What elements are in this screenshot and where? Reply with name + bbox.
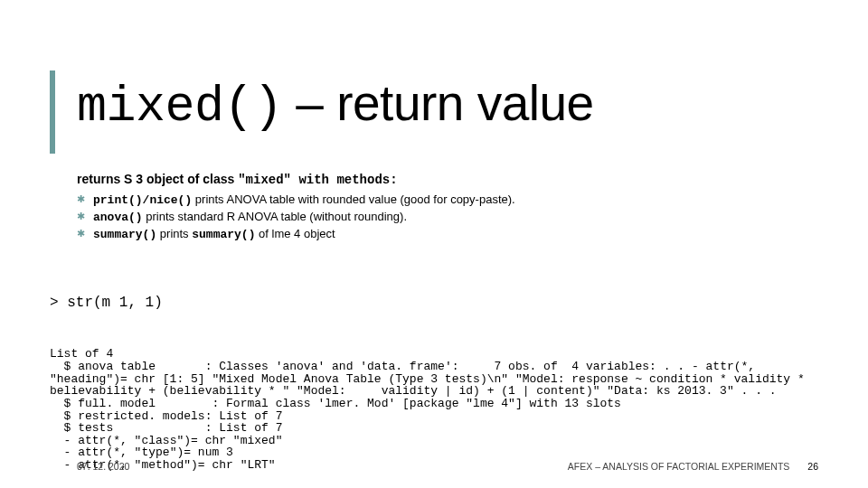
- bullet-text-post: of lme 4 object: [255, 227, 335, 240]
- bullet-code-2: summary(): [192, 228, 255, 241]
- footer: 07. 12. 2020 AFEX – ANALYSIS OF FACTORIA…: [77, 461, 818, 472]
- code-output: List of 4 $ anova table : Classes 'anova…: [50, 348, 818, 471]
- footer-label: AFEX – ANALYSIS OF FACTORIAL EXPERIMENTS: [568, 461, 789, 472]
- title-code: mixed(): [77, 79, 283, 136]
- bullet-item: print()/nice() prints ANOVA table with r…: [77, 192, 818, 208]
- bullet-text: prints standard R ANOVA table (without r…: [143, 210, 407, 223]
- bullet-text: prints: [156, 227, 192, 240]
- intro-line: returns S 3 object of class "mixed" with…: [77, 172, 818, 189]
- title-rest: – return value: [283, 75, 594, 131]
- slide-title: mixed() – return value: [77, 74, 594, 136]
- footer-date: 07. 12. 2020: [77, 461, 129, 472]
- content-block: returns S 3 object of class "mixed" with…: [77, 172, 818, 244]
- bullet-list: print()/nice() prints ANOVA table with r…: [77, 192, 818, 243]
- slide: mixed() – return value returns S 3 objec…: [0, 0, 868, 488]
- code-block: > str(m 1, 1) List of 4 $ anova table : …: [50, 271, 818, 488]
- bullet-text: prints ANOVA table with rounded value (g…: [192, 192, 514, 206]
- intro-code: "mixed" with methods:: [238, 173, 397, 187]
- bullet-code: print()/nice(): [93, 193, 192, 207]
- bullet-item: anova() prints standard R ANOVA table (w…: [77, 210, 818, 225]
- bullet-code: summary(): [93, 228, 156, 241]
- accent-bar: [50, 70, 55, 154]
- footer-page: 26: [807, 461, 818, 472]
- bullet-item: summary() prints summary() of lme 4 obje…: [77, 227, 818, 242]
- bullet-code: anova(): [93, 211, 143, 224]
- intro-prefix: returns S 3 object of class: [77, 172, 238, 186]
- code-call: > str(m 1, 1): [50, 296, 818, 311]
